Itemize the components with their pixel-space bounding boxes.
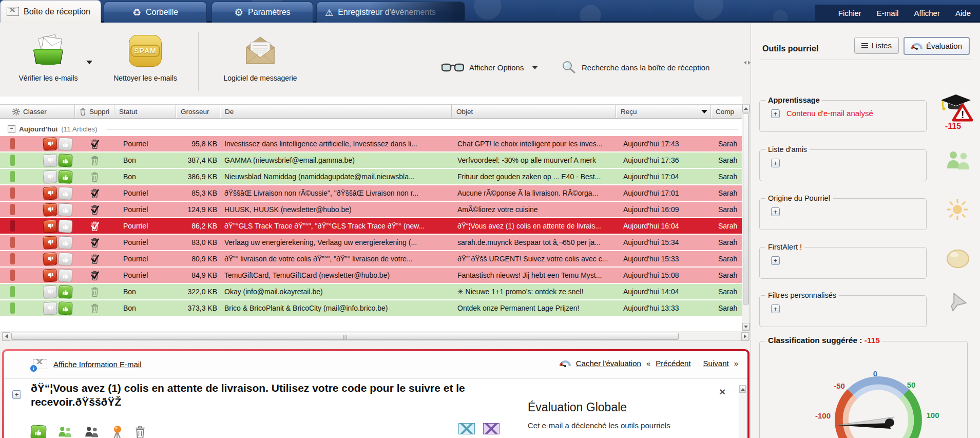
first-alert-button[interactable] <box>111 425 123 438</box>
search-inbox[interactable]: Recherche dans la boîte de réception <box>561 61 709 74</box>
thumbs-down-button[interactable] <box>43 186 57 200</box>
expand-button[interactable]: + <box>771 109 780 118</box>
scroll-left-button[interactable] <box>3 332 10 340</box>
delete-cell[interactable] <box>75 153 114 168</box>
thumbs-up-button[interactable] <box>58 285 72 298</box>
hide-evaluation-link[interactable]: Cacher l'évaluation <box>576 359 641 368</box>
expand-button[interactable]: + <box>771 159 780 167</box>
delete-cell[interactable] <box>75 284 114 299</box>
thumbs-down-button[interactable] <box>43 269 57 282</box>
thumbs-down-button[interactable] <box>43 285 57 299</box>
delete-cell[interactable] <box>75 202 114 217</box>
menu-email[interactable]: E-mail <box>877 9 899 17</box>
thumbs-up-button[interactable] <box>58 170 72 183</box>
message-row[interactable]: Pourriel 80,9 KB ðŸ”° livraison de votre… <box>0 251 742 266</box>
learning-analyzed-link[interactable]: Contenu d'e-mail analysé <box>786 109 873 118</box>
collapse-group-icon[interactable]: − <box>8 125 15 133</box>
subject-value: ✳ Nieuwe 1+1 promo’s: ontdek ze snel! <box>452 284 616 299</box>
thumbs-up-button[interactable] <box>58 301 72 315</box>
scroll-right-button[interactable] <box>741 332 749 340</box>
evaluation-button[interactable]: Évaluation <box>904 37 970 55</box>
show-email-info-link[interactable]: Affiche Information E-mail <box>53 360 141 369</box>
thumbs-up-button[interactable] <box>58 236 72 249</box>
message-row[interactable]: Pourriel 85,3 KB ðŸššâŒ Livraison non rÃ… <box>0 185 742 201</box>
thumbs-down-button[interactable] <box>43 301 57 315</box>
tab-event-log[interactable]: ⚠ Enregistreur d'événements <box>316 2 465 23</box>
lists-button[interactable]: Listes <box>854 37 899 54</box>
mail-program-button[interactable]: Logiciel de messagerie <box>222 34 299 82</box>
expand-message-button[interactable]: + <box>12 390 21 399</box>
clean-mail-button[interactable]: SPAM Nettoyer les e-mails <box>109 34 181 82</box>
message-row[interactable]: Bon 386,9 KB Nieuwsblad Namiddag (namidd… <box>0 169 742 184</box>
envelope-purple-icon[interactable] <box>483 423 499 434</box>
message-row[interactable]: Pourriel 95,8 KB Investissez dans lintel… <box>0 136 742 151</box>
add-blacklist-button[interactable] <box>84 425 100 438</box>
previous-link[interactable]: Précédent <box>656 359 690 368</box>
delete-cell[interactable] <box>75 300 114 316</box>
thumbs-up-button[interactable] <box>58 219 72 233</box>
horizontal-scrollbar[interactable] <box>2 332 750 341</box>
message-row[interactable]: Bon 373,3 KB Brico & BricoPlanit & Brico… <box>0 300 742 316</box>
expand-button[interactable]: + <box>771 207 780 216</box>
mark-good-button[interactable] <box>30 425 46 438</box>
scroll-down-button[interactable] <box>742 323 750 331</box>
envelope-cyan-icon[interactable] <box>458 423 475 434</box>
thumbs-down-button[interactable] <box>43 236 57 250</box>
thumbs-down-button[interactable] <box>43 154 57 167</box>
thumbs-up-button[interactable] <box>58 154 72 167</box>
tab-trash[interactable]: ♻ Corbeille <box>104 2 207 23</box>
thumbs-down-button[interactable] <box>43 219 57 233</box>
header-received[interactable]: Reçu <box>616 105 711 118</box>
close-icon[interactable]: × <box>719 387 725 396</box>
header-account[interactable]: Comp <box>711 105 742 118</box>
message-row[interactable]: Pourriel 83,0 KB Verlaag uw energiereken… <box>0 235 742 250</box>
delete-cell[interactable] <box>75 235 114 250</box>
message-row[interactable]: Pourriel 86,2 KB ðŸ”°GLS Track Trace ðŸ”… <box>0 218 742 234</box>
check-mail-button[interactable]: Vérifier les e-mails <box>12 34 84 82</box>
header-subject[interactable]: Objet <box>452 105 616 118</box>
scroll-thumb[interactable] <box>743 113 749 304</box>
delete-cell[interactable] <box>75 136 114 151</box>
header-classify[interactable]: Classer <box>8 105 75 118</box>
header-size[interactable]: Grosseur <box>176 105 220 118</box>
header-status[interactable]: Statut <box>114 105 176 118</box>
tab-inbox[interactable]: Boîte de réception <box>0 0 101 23</box>
delete-cell[interactable] <box>75 169 114 184</box>
thumbs-down-button[interactable] <box>43 252 57 266</box>
add-friend-button[interactable] <box>57 425 73 438</box>
panel-splitter-handle[interactable] <box>744 61 751 65</box>
delete-cell[interactable] <box>75 268 114 283</box>
header-delete[interactable]: Suppri <box>75 105 114 118</box>
menu-help[interactable]: Aide <box>955 9 971 17</box>
next-link[interactable]: Suivant <box>703 359 729 368</box>
scroll-up-button[interactable] <box>742 105 750 112</box>
thumbs-up-button[interactable] <box>58 186 72 200</box>
message-row[interactable]: Bon 322,0 KB Okay (info@mail.okayretail.… <box>0 284 742 299</box>
thumbs-up-button[interactable] <box>58 269 72 282</box>
thumbs-down-button[interactable] <box>43 203 57 217</box>
thumbs-up-button[interactable] <box>58 137 72 150</box>
vertical-scrollbar[interactable] <box>742 104 750 331</box>
tab-settings[interactable]: ⚙ Paramètres <box>212 2 313 23</box>
spam-icon: SPAM <box>109 34 181 68</box>
menu-file[interactable]: Fichier <box>838 9 861 17</box>
delete-message-button[interactable] <box>134 425 146 438</box>
delete-cell[interactable] <box>75 185 114 201</box>
header-from[interactable]: De <box>220 105 452 118</box>
panel-scrollbar[interactable] <box>739 385 746 438</box>
message-row[interactable]: Pourriel 84,9 KB TemuGiftCard, TemuGiftC… <box>0 268 742 283</box>
scroll-thumb[interactable] <box>11 333 679 340</box>
message-row[interactable]: Pourriel 124,9 KB HUUSK, HUUSK (newslett… <box>0 202 742 217</box>
thumbs-down-button[interactable] <box>43 170 57 184</box>
message-row[interactable]: Bon 387,4 KB GAMMA (nieuwsbrief@email.ga… <box>0 153 742 168</box>
thumbs-down-button[interactable] <box>43 137 57 151</box>
check-mail-dropdown-arrow[interactable] <box>86 61 92 64</box>
thumbs-up-button[interactable] <box>58 252 72 265</box>
expand-button[interactable]: + <box>771 256 780 265</box>
display-options-button[interactable]: Afficher Options <box>441 62 538 73</box>
delete-cell[interactable] <box>75 251 114 266</box>
delete-cell[interactable] <box>75 218 114 234</box>
expand-button[interactable]: + <box>771 304 780 313</box>
thumbs-up-button[interactable] <box>58 203 72 216</box>
menu-view[interactable]: Afficher <box>914 9 940 17</box>
